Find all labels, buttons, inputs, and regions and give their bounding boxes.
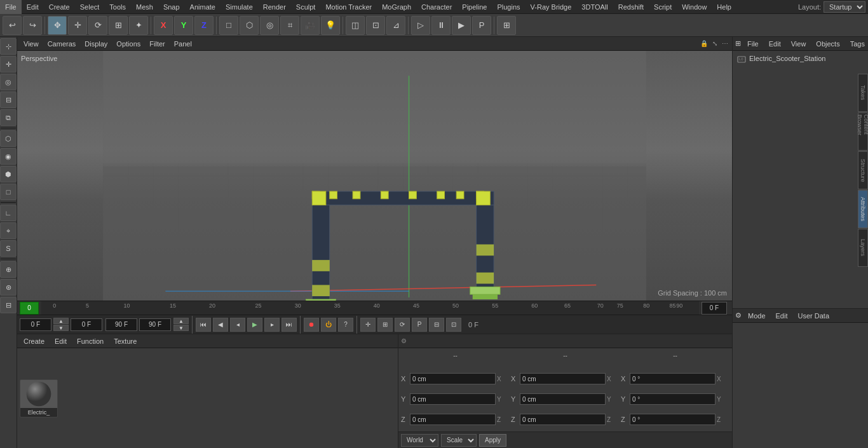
play-back-btn[interactable]: ◂ bbox=[230, 318, 245, 332]
end-preview-input[interactable] bbox=[105, 318, 137, 331]
play-forward-btn[interactable]: ▶ bbox=[247, 318, 262, 332]
scale-mode-button[interactable]: ⊞ bbox=[109, 16, 128, 35]
om-menu-file[interactable]: File bbox=[743, 37, 763, 51]
view-right-button[interactable]: ⊿ bbox=[386, 16, 405, 35]
effector-button[interactable]: ⌗ bbox=[280, 16, 299, 35]
vp-menu-view[interactable]: View bbox=[20, 37, 43, 51]
menu-motion-tracker[interactable]: Motion Tracker bbox=[320, 0, 377, 14]
menu-pipeline[interactable]: Pipeline bbox=[457, 0, 492, 14]
left-btn-7[interactable]: ◉ bbox=[0, 148, 17, 165]
transport-p-btn[interactable]: P bbox=[412, 318, 427, 332]
end-frame-up-btn[interactable]: ▲ bbox=[173, 318, 189, 324]
menu-tools[interactable]: Tools bbox=[104, 0, 131, 14]
render-region-button[interactable]: ▷ bbox=[411, 16, 430, 35]
x-axis-button[interactable]: X bbox=[154, 16, 173, 35]
redo-button[interactable]: ↪ bbox=[23, 16, 42, 35]
left-btn-8[interactable]: ⬢ bbox=[0, 166, 17, 182]
go-to-start-btn[interactable]: ⏮ bbox=[196, 318, 211, 332]
vp-menu-display[interactable]: Display bbox=[81, 37, 111, 51]
om-menu-tags[interactable]: Tags bbox=[846, 37, 868, 51]
mat-menu-edit[interactable]: Edit bbox=[51, 334, 71, 348]
undo-button[interactable]: ↩ bbox=[3, 16, 22, 35]
menu-sculpt[interactable]: Sculpt bbox=[291, 0, 321, 14]
left-btn-11[interactable]: ⌖ bbox=[0, 222, 17, 239]
object-row-electric-scooter[interactable]: L0 Electric_Scooter_Station bbox=[734, 52, 868, 65]
deformer-button[interactable]: ◎ bbox=[260, 16, 279, 35]
material-thumbnail[interactable]: Electric_ bbox=[20, 379, 58, 417]
nurbs-button[interactable]: ⬡ bbox=[240, 16, 259, 35]
left-btn-1[interactable]: ⊹ bbox=[0, 38, 17, 55]
size-x-input[interactable] bbox=[520, 373, 606, 384]
menu-select[interactable]: Select bbox=[75, 0, 105, 14]
end-frame-down-btn[interactable]: ▼ bbox=[173, 325, 189, 331]
left-btn-13[interactable]: ⊕ bbox=[0, 261, 17, 278]
rotation-x-input[interactable] bbox=[630, 373, 715, 384]
position-y-input[interactable] bbox=[410, 393, 496, 405]
menu-mesh[interactable]: Mesh bbox=[131, 0, 158, 14]
record-btn[interactable]: ⏺ bbox=[304, 318, 319, 332]
end-total-input[interactable] bbox=[139, 318, 171, 331]
move-mode-button[interactable]: ✛ bbox=[68, 16, 87, 35]
vp-expand-icon[interactable]: ⤡ bbox=[711, 39, 719, 48]
cube-object-button[interactable]: □ bbox=[219, 16, 238, 35]
menu-script[interactable]: Script bbox=[649, 0, 677, 14]
vp-menu-filter[interactable]: Filter bbox=[146, 37, 168, 51]
left-btn-4[interactable]: ⊟ bbox=[0, 92, 17, 108]
transport-grid-btn[interactable]: ⊟ bbox=[429, 318, 444, 332]
key-btn[interactable]: ? bbox=[338, 318, 353, 332]
render-viewport-button[interactable]: P bbox=[472, 16, 491, 35]
attr-menu-edit[interactable]: Edit bbox=[772, 309, 792, 323]
apply-button[interactable]: Apply bbox=[479, 434, 506, 447]
tab-attributes[interactable]: Attributes bbox=[858, 190, 868, 228]
left-btn-6[interactable]: ⬡ bbox=[0, 130, 17, 147]
prev-frame-btn[interactable]: ◀ bbox=[213, 318, 228, 332]
rotation-z-input[interactable] bbox=[630, 414, 715, 425]
light-button[interactable]: 💡 bbox=[321, 16, 340, 35]
transport-move-btn[interactable]: ✛ bbox=[360, 318, 376, 332]
om-menu-objects[interactable]: Objects bbox=[812, 37, 843, 51]
view-perspective-button[interactable]: ◫ bbox=[346, 16, 365, 35]
attr-menu-mode[interactable]: Mode bbox=[744, 309, 770, 323]
size-y-input[interactable] bbox=[520, 393, 606, 405]
rotate-mode-button[interactable]: ⟳ bbox=[88, 16, 107, 35]
menu-3dtoall[interactable]: 3DTOAll bbox=[576, 0, 613, 14]
vp-lock-icon[interactable]: 🔒 bbox=[699, 39, 709, 48]
left-btn-2[interactable]: ✛ bbox=[0, 56, 17, 72]
go-to-end-btn[interactable]: ⏭ bbox=[281, 318, 297, 332]
tab-layers[interactable]: Layers bbox=[858, 229, 868, 267]
menu-file[interactable]: File bbox=[0, 0, 22, 14]
attr-menu-userdata[interactable]: User Data bbox=[794, 309, 834, 323]
frame-up-btn[interactable]: ▲ bbox=[53, 318, 69, 324]
vp-menu-options[interactable]: Options bbox=[112, 37, 144, 51]
menu-render[interactable]: Render bbox=[258, 0, 291, 14]
om-menu-edit[interactable]: Edit bbox=[765, 37, 785, 51]
texture-view-button[interactable]: ⊞ bbox=[497, 16, 516, 35]
menu-window[interactable]: Window bbox=[677, 0, 712, 14]
mat-menu-create[interactable]: Create bbox=[20, 334, 48, 348]
menu-simulate[interactable]: Simulate bbox=[220, 0, 258, 14]
z-axis-button[interactable]: Z bbox=[194, 16, 214, 35]
transform-button[interactable]: ✦ bbox=[129, 16, 148, 35]
menu-character[interactable]: Character bbox=[416, 0, 457, 14]
menu-mograph[interactable]: MoGraph bbox=[377, 0, 416, 14]
menu-snap[interactable]: Snap bbox=[158, 0, 185, 14]
tab-content-browser[interactable]: Content Browser bbox=[858, 112, 868, 151]
camera-button[interactable]: 🎥 bbox=[301, 16, 320, 35]
transport-scale-btn[interactable]: ⊞ bbox=[377, 318, 393, 332]
tab-structure[interactable]: Structure bbox=[858, 151, 868, 189]
layout-dropdown[interactable]: Startup bbox=[824, 1, 865, 13]
render-active-button[interactable]: ▶ bbox=[452, 16, 471, 35]
left-btn-10[interactable]: ∟ bbox=[0, 205, 17, 221]
world-dropdown[interactable]: World Object bbox=[401, 434, 438, 447]
position-z-input[interactable] bbox=[410, 414, 496, 425]
frame-down-btn[interactable]: ▼ bbox=[53, 325, 69, 331]
menu-redshift[interactable]: Redshift bbox=[613, 0, 649, 14]
menu-plugins[interactable]: Plugins bbox=[492, 0, 525, 14]
left-btn-9[interactable]: □ bbox=[0, 184, 17, 200]
left-btn-14[interactable]: ⊛ bbox=[0, 279, 17, 295]
om-menu-view[interactable]: View bbox=[787, 37, 810, 51]
transport-rotate-btn[interactable]: ⟳ bbox=[395, 318, 410, 332]
left-btn-15[interactable]: ⊟ bbox=[0, 297, 17, 313]
size-z-input[interactable] bbox=[520, 414, 606, 425]
menu-create[interactable]: Create bbox=[44, 0, 75, 14]
